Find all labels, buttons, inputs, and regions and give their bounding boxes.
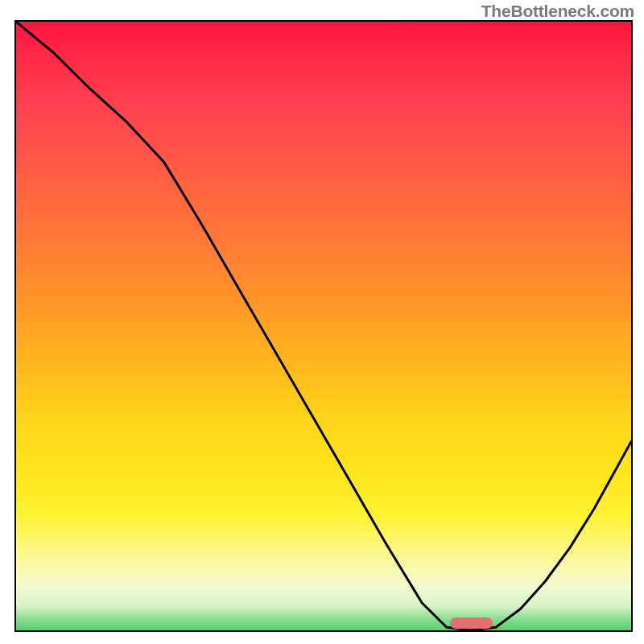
- watermark-text: TheBottleneck.com: [481, 2, 634, 21]
- chart-container: TheBottleneck.com: [0, 0, 644, 644]
- optimal-region-marker: [450, 617, 493, 629]
- plot-area: [14, 20, 633, 632]
- bottleneck-curve: [16, 22, 631, 630]
